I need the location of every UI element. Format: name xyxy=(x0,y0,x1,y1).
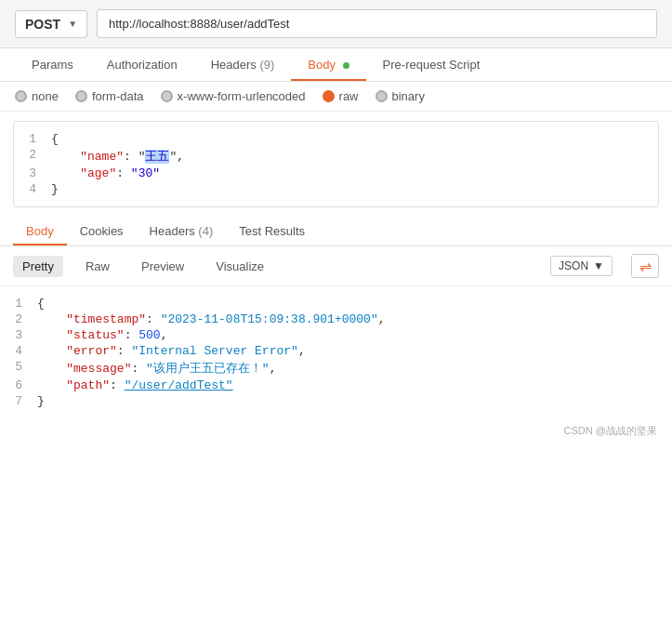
fmt-visualize[interactable]: Visualize xyxy=(206,256,273,277)
dropdown-chevron-icon: ▼ xyxy=(593,259,604,272)
req-line-1: 1 { xyxy=(14,131,658,147)
radio-none[interactable]: none xyxy=(15,89,59,103)
format-row: Pretty Raw Preview Visualize JSON ▼ ⇌ xyxy=(0,246,672,286)
resp-tab-test-results[interactable]: Test Results xyxy=(226,217,318,245)
body-type-row: none form-data x-www-form-urlencoded raw… xyxy=(0,82,672,112)
fmt-preview[interactable]: Preview xyxy=(132,256,193,277)
radio-form-data-icon xyxy=(75,90,87,102)
request-tabs: Params Authorization Headers (9) Body Pr… xyxy=(0,48,672,82)
tab-pre-request-script[interactable]: Pre-request Script xyxy=(366,48,497,81)
response-body-editor: 1 { 2 "timestamp": "2023-11-08T15:09:38.… xyxy=(0,286,672,418)
resp-line-3: 3 "status": 500, xyxy=(0,327,672,343)
format-dropdown[interactable]: JSON ▼ xyxy=(550,256,613,276)
resp-line-1: 1 { xyxy=(0,296,672,311)
radio-raw-icon xyxy=(323,90,335,102)
resp-line-4: 4 "error": "Internal Server Error", xyxy=(0,343,672,359)
watermark: CSDN @战战的坚果 xyxy=(0,418,672,444)
request-body-editor[interactable]: 1 { 2 "name": "王五", 3 "age": "30" 4 } xyxy=(13,121,659,207)
wrap-icon: ⇌ xyxy=(639,258,652,275)
tab-headers[interactable]: Headers (9) xyxy=(194,48,292,81)
radio-urlencoded[interactable]: x-www-form-urlencoded xyxy=(161,89,306,103)
resp-line-7: 7 } xyxy=(0,393,672,409)
resp-tab-headers[interactable]: Headers (4) xyxy=(137,217,227,245)
method-label: POST xyxy=(25,17,60,32)
url-input[interactable] xyxy=(97,9,657,38)
top-bar: POST ▼ xyxy=(0,0,672,48)
radio-raw[interactable]: raw xyxy=(323,89,359,103)
body-dot-icon xyxy=(343,62,349,69)
radio-form-data[interactable]: form-data xyxy=(75,89,144,103)
resp-line-5: 5 "message": "该用户王五已存在！", xyxy=(0,359,672,378)
method-chevron-icon: ▼ xyxy=(68,19,77,29)
resp-tab-body[interactable]: Body xyxy=(13,217,67,245)
tab-body[interactable]: Body xyxy=(291,48,365,81)
radio-binary-icon xyxy=(376,90,388,102)
tab-authorization[interactable]: Authorization xyxy=(90,48,194,81)
wrap-button[interactable]: ⇌ xyxy=(631,254,659,278)
tab-params[interactable]: Params xyxy=(15,48,90,81)
req-line-2: 2 "name": "王五", xyxy=(14,147,658,166)
resp-line-2: 2 "timestamp": "2023-11-08T15:09:38.901+… xyxy=(0,311,672,327)
radio-urlencoded-icon xyxy=(161,90,173,102)
resp-line-6: 6 "path": "/user/addTest" xyxy=(0,378,672,393)
response-tabs: Body Cookies Headers (4) Test Results xyxy=(0,217,672,246)
radio-none-icon xyxy=(15,90,27,102)
resp-tab-cookies[interactable]: Cookies xyxy=(67,217,137,245)
method-select[interactable]: POST ▼ xyxy=(15,10,87,38)
radio-binary[interactable]: binary xyxy=(376,89,425,103)
req-line-3: 3 "age": "30" xyxy=(14,166,658,181)
fmt-pretty[interactable]: Pretty xyxy=(13,256,63,277)
req-line-4: 4 } xyxy=(14,181,658,197)
fmt-raw[interactable]: Raw xyxy=(76,256,119,277)
